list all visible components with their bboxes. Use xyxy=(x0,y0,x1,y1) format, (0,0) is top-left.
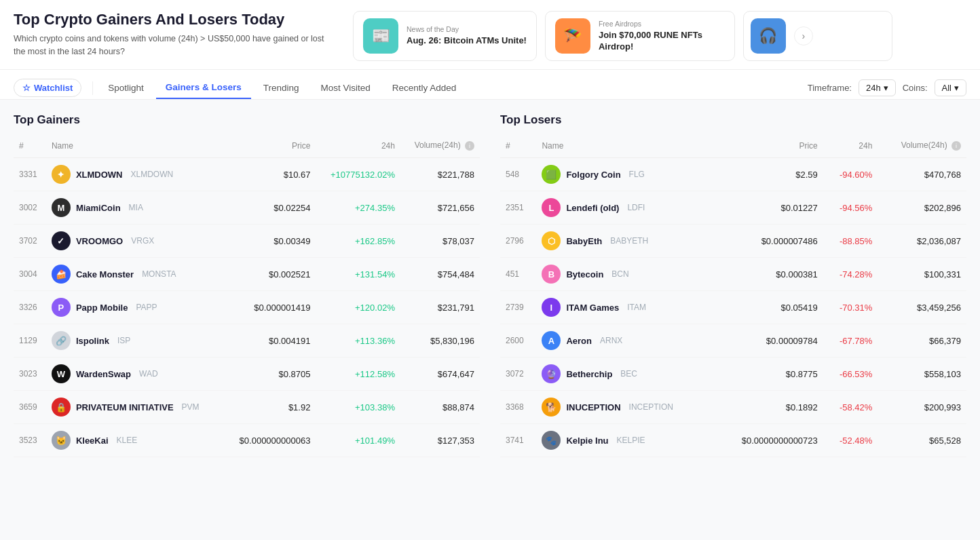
gainer-name-7: PRIVATEUM INITIATIVE xyxy=(76,402,174,412)
gainers-table-section: Top Gainers # Name Price 24h Volume(24h)… xyxy=(14,113,480,457)
tab-trending[interactable]: Trending xyxy=(254,77,309,98)
loser-price-3: $0.000381 xyxy=(715,258,823,291)
losers-row[interactable]: 2351 L Lendefi (old) LDFI $0.01227 -94.5… xyxy=(500,191,966,225)
gainer-rank-4: 3326 xyxy=(14,291,46,324)
news-card-icon-0: 📰 xyxy=(363,18,398,54)
loser-name-3: Bytecoin xyxy=(566,269,603,279)
gainers-row[interactable]: 3004 🍰 Cake Monster MONSTA $0.002521 +13… xyxy=(14,258,480,291)
losers-row[interactable]: 548 🟩 Folgory Coin FLG $2.59 -94.60% $47… xyxy=(500,158,966,191)
gainers-col-rank: # xyxy=(14,136,46,158)
title-block: Top Crypto Gainers And Losers Today Whic… xyxy=(14,11,326,58)
gainer-symbol-4: PAPP xyxy=(136,303,157,312)
losers-row[interactable]: 2796 ⬡ BabyEth BABYETH $0.000007486 -88.… xyxy=(500,225,966,258)
loser-name-1: Lendefi (old) xyxy=(566,203,619,213)
news-card-text-0: Aug. 26: Bitcoin ATMs Unite! xyxy=(407,35,527,47)
gainer-icon-5: 🔗 xyxy=(52,331,71,350)
loser-name-cell-3: B Bytecoin BCN xyxy=(536,258,714,291)
loser-name-cell-6: 🔮 Betherchip BEC xyxy=(536,358,714,391)
losers-row[interactable]: 451 B Bytecoin BCN $0.000381 -74.28% $10… xyxy=(500,258,966,291)
tab-most-visited[interactable]: Most Visited xyxy=(311,77,379,98)
gainer-name-cell-5: 🔗 Ispolink ISP xyxy=(46,324,224,358)
losers-row[interactable]: 2739 I ITAM Games ITAM $0.05419 -70.31% … xyxy=(500,291,966,324)
gainer-name-cell-3: 🍰 Cake Monster MONSTA xyxy=(46,258,224,291)
news-card-label-0: News of the Day xyxy=(407,25,527,33)
trending-label: Trending xyxy=(263,83,299,93)
news-card-0[interactable]: 📰 News of the Day Aug. 26: Bitcoin ATMs … xyxy=(353,11,537,61)
gainer-price-0: $10.67 xyxy=(224,158,316,191)
loser-change-0: -94.60% xyxy=(823,158,878,191)
gainers-row[interactable]: 3702 ✓ VROOMGO VRGX $0.00349 +162.85% $7… xyxy=(14,225,480,258)
news-card-2[interactable]: 🎧 › xyxy=(743,11,892,61)
gainer-name-6: WardenSwap xyxy=(76,369,131,379)
loser-icon-8: 🐾 xyxy=(542,431,561,450)
gainer-icon-0: ✦ xyxy=(52,165,71,184)
gainer-price-2: $0.00349 xyxy=(224,225,316,258)
gainers-row[interactable]: 3326 P Papp Mobile PAPP $0.000001419 +12… xyxy=(14,291,480,324)
page-subtitle: Which crypto coins and tokens with volum… xyxy=(14,33,326,58)
loser-name-cell-8: 🐾 Kelpie Inu KELPIE xyxy=(536,424,714,457)
loser-icon-4: I xyxy=(542,298,561,317)
gainer-icon-2: ✓ xyxy=(52,231,71,250)
gainer-price-4: $0.000001419 xyxy=(224,291,316,324)
losers-col-rank: # xyxy=(500,136,536,158)
loser-rank-2: 2796 xyxy=(500,225,536,258)
tab-recently-added[interactable]: Recently Added xyxy=(383,77,466,98)
gainers-row[interactable]: 1129 🔗 Ispolink ISP $0.004191 +113.36% $… xyxy=(14,324,480,358)
tab-watchlist[interactable]: ☆ Watchlist xyxy=(14,79,81,97)
loser-symbol-0: FLG xyxy=(629,170,645,179)
loser-rank-3: 451 xyxy=(500,258,536,291)
loser-name-5: Aeron xyxy=(566,336,592,346)
loser-rank-4: 2739 xyxy=(500,291,536,324)
loser-volume-8: $65,528 xyxy=(878,424,966,457)
loser-name-4: ITAM Games xyxy=(566,303,619,313)
losers-row[interactable]: 3072 🔮 Betherchip BEC $0.8775 -66.53% $5… xyxy=(500,358,966,391)
losers-volume-info-icon[interactable]: i xyxy=(951,141,961,151)
gainer-symbol-5: ISP xyxy=(117,336,130,345)
loser-name-7: INUCEPTION xyxy=(566,402,620,412)
gainer-icon-3: 🍰 xyxy=(52,265,71,284)
gainer-name-2: VROOMGO xyxy=(76,236,123,246)
loser-name-cell-4: I ITAM Games ITAM xyxy=(536,291,714,324)
gainers-row[interactable]: 3331 ✦ XLMDOWN XLMDOWN $10.67 +10775132.… xyxy=(14,158,480,191)
losers-row[interactable]: 3368 🐕 INUCEPTION INCEPTION $0.1892 -58.… xyxy=(500,391,966,424)
gainers-col-24h: 24h xyxy=(316,136,400,158)
losers-col-volume: Volume(24h) i xyxy=(878,136,966,158)
coins-dropdown[interactable]: All ▾ xyxy=(935,79,966,96)
chevron-right-icon[interactable]: › xyxy=(794,26,813,45)
tab-gainers-losers[interactable]: Gainers & Losers xyxy=(156,77,251,99)
loser-rank-5: 2600 xyxy=(500,324,536,358)
loser-rank-7: 3368 xyxy=(500,391,536,424)
gainer-change-7: +103.38% xyxy=(316,391,400,424)
loser-symbol-4: ITAM xyxy=(627,303,646,312)
news-card-1[interactable]: 🪂 Free Airdrops Join $70,000 RUNE NFTs A… xyxy=(545,11,735,61)
loser-name-cell-7: 🐕 INUCEPTION INCEPTION xyxy=(536,391,714,424)
page-title: Top Crypto Gainers And Losers Today xyxy=(14,11,326,28)
gainers-row[interactable]: 3002 M MiamiCoin MIA $0.02254 +274.35% $… xyxy=(14,191,480,225)
loser-price-1: $0.01227 xyxy=(715,191,823,225)
loser-icon-1: L xyxy=(542,198,561,217)
tab-spotlight[interactable]: Spotlight xyxy=(98,77,153,98)
losers-row[interactable]: 3741 🐾 Kelpie Inu KELPIE $0.000000000072… xyxy=(500,424,966,457)
gainers-row[interactable]: 3523 🐱 KleeKai KLEE $0.000000000063 +101… xyxy=(14,424,480,457)
gainer-symbol-6: WAD xyxy=(139,369,158,379)
gainer-rank-3: 3004 xyxy=(14,258,46,291)
timeframe-dropdown[interactable]: 24h ▾ xyxy=(859,79,896,96)
gainer-icon-6: W xyxy=(52,364,71,383)
gainers-col-name: Name xyxy=(46,136,224,158)
loser-change-2: -88.85% xyxy=(823,225,878,258)
gainers-volume-info-icon[interactable]: i xyxy=(465,141,474,151)
gainer-rank-7: 3659 xyxy=(14,391,46,424)
loser-volume-6: $558,103 xyxy=(878,358,966,391)
gainer-name-5: Ispolink xyxy=(76,336,109,346)
losers-row[interactable]: 2600 A Aeron ARNX $0.00009784 -67.78% $6… xyxy=(500,324,966,358)
gainers-row[interactable]: 3659 🔒 PRIVATEUM INITIATIVE PVM $1.92 +1… xyxy=(14,391,480,424)
gainers-row[interactable]: 3023 W WardenSwap WAD $0.8705 +112.58% $… xyxy=(14,358,480,391)
gainer-price-3: $0.002521 xyxy=(224,258,316,291)
loser-name-cell-2: ⬡ BabyEth BABYETH xyxy=(536,225,714,258)
most-visited-label: Most Visited xyxy=(320,83,370,93)
gainer-change-3: +131.54% xyxy=(316,258,400,291)
loser-name-2: BabyEth xyxy=(566,236,602,246)
losers-col-price: Price xyxy=(715,136,823,158)
loser-volume-4: $3,459,256 xyxy=(878,291,966,324)
loser-icon-3: B xyxy=(542,265,561,284)
